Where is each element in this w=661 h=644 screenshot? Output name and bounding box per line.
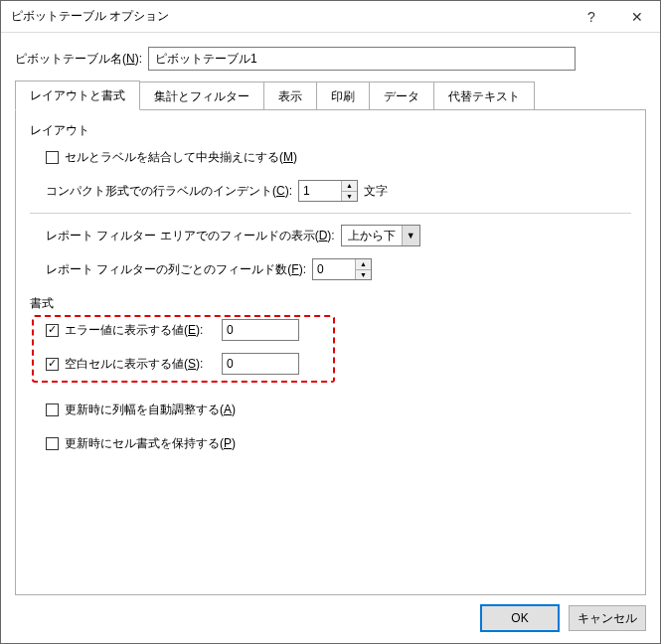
ok-button[interactable]: OK [481,605,559,631]
report-filter-group: レポート フィルター エリアでのフィールドの表示(D): 上から下 ▼ レポート… [30,224,631,281]
spinner-up-icon[interactable]: ▲ [356,259,371,270]
chevron-down-icon[interactable]: ▼ [402,226,419,245]
format-group-bottom: 更新時に列幅を自動調整する(A) 更新時にセル書式を保持する(P) [30,398,631,455]
tab-body: レイアウト セルとラベルを結合して中央揃えにする(M) コンパクト形式での行ラベ… [15,109,646,595]
separator [30,213,631,214]
indent-spinner[interactable]: ▲ ▼ [298,180,358,202]
preserve-format-row: 更新時にセル書式を保持する(P) [46,431,631,455]
preserve-format-checkbox[interactable] [46,437,59,450]
rf-area-value: 上から下 [342,226,402,245]
pivot-name-label: ピボットテーブル名(N): [15,51,142,68]
rf-area-row: レポート フィルター エリアでのフィールドの表示(D): 上から下 ▼ [46,224,631,247]
tab-layout-format[interactable]: レイアウトと書式 [15,80,140,110]
autofit-label: 更新時に列幅を自動調整する(A) [65,402,236,418]
autofit-row: 更新時に列幅を自動調整する(A) [46,398,631,421]
tab-data[interactable]: データ [369,81,434,110]
layout-group: セルとラベルを結合して中央揃えにする(M) コンパクト形式での行ラベルのインデン… [30,145,631,203]
spinner-down-icon[interactable]: ▼ [356,270,371,280]
tab-display[interactable]: 表示 [263,81,317,110]
error-value-checkbox[interactable] [46,324,59,337]
pivot-name-row: ピボットテーブル名(N): [15,47,646,71]
indent-input[interactable] [299,181,341,201]
format-group-top: エラー値に表示する値(E): 空白セルに表示する値(S): [30,318,631,376]
error-value-label: エラー値に表示する値(E): [65,322,216,339]
merge-labels-row: セルとラベルを結合して中央揃えにする(M) [46,145,631,169]
autofit-checkbox[interactable] [46,403,59,416]
rf-cols-input[interactable] [313,259,355,279]
merge-labels-label: セルとラベルを結合して中央揃えにする(M) [65,149,297,166]
preserve-format-label: 更新時にセル書式を保持する(P) [65,435,236,452]
indent-row: コンパクト形式での行ラベルのインデント(C): ▲ ▼ 文字 [46,179,631,203]
error-value-row: エラー値に表示する値(E): [46,318,631,342]
section-layout-label: レイアウト [30,122,631,139]
indent-spinner-buttons[interactable]: ▲ ▼ [341,181,357,201]
close-button[interactable]: ✕ [614,1,660,32]
tabs: レイアウトと書式 集計とフィルター 表示 印刷 データ 代替テキスト [15,82,646,110]
empty-cell-input[interactable] [222,353,299,375]
tab-totals-filters[interactable]: 集計とフィルター [139,81,264,110]
tab-alt-text[interactable]: 代替テキスト [433,81,535,110]
rf-cols-spinner-buttons[interactable]: ▲ ▼ [355,259,371,279]
rf-cols-row: レポート フィルターの列ごとのフィールド数(F): ▲ ▼ [46,257,631,281]
error-value-input[interactable] [222,319,299,341]
tab-print[interactable]: 印刷 [316,81,370,110]
empty-cell-checkbox[interactable] [46,358,59,371]
empty-cell-label: 空白セルに表示する値(S): [65,356,216,373]
window-title: ピボットテーブル オプション [11,8,169,25]
spinner-down-icon[interactable]: ▼ [342,192,357,202]
dialog-window: ピボットテーブル オプション ? ✕ ピボットテーブル名(N): レイアウトと書… [0,0,661,644]
pivot-name-input[interactable] [148,47,576,71]
help-button[interactable]: ? [569,1,614,32]
section-format-label: 書式 [30,295,631,312]
rf-cols-spinner[interactable]: ▲ ▼ [312,258,372,280]
cancel-button[interactable]: キャンセル [569,605,646,631]
spinner-up-icon[interactable]: ▲ [342,181,357,192]
indent-label: コンパクト形式での行ラベルのインデント(C): [46,183,292,200]
indent-suffix: 文字 [364,183,388,200]
dialog-footer: OK キャンセル [15,595,646,633]
empty-cell-row: 空白セルに表示する値(S): [46,352,631,376]
rf-area-select[interactable]: 上から下 ▼ [341,225,420,246]
rf-cols-label: レポート フィルターの列ごとのフィールド数(F): [46,261,306,278]
titlebar: ピボットテーブル オプション ? ✕ [1,1,660,33]
rf-area-label: レポート フィルター エリアでのフィールドの表示(D): [46,228,335,244]
merge-labels-checkbox[interactable] [46,151,59,164]
dialog-content: ピボットテーブル名(N): レイアウトと書式 集計とフィルター 表示 印刷 デー… [1,33,660,643]
titlebar-buttons: ? ✕ [569,1,660,32]
